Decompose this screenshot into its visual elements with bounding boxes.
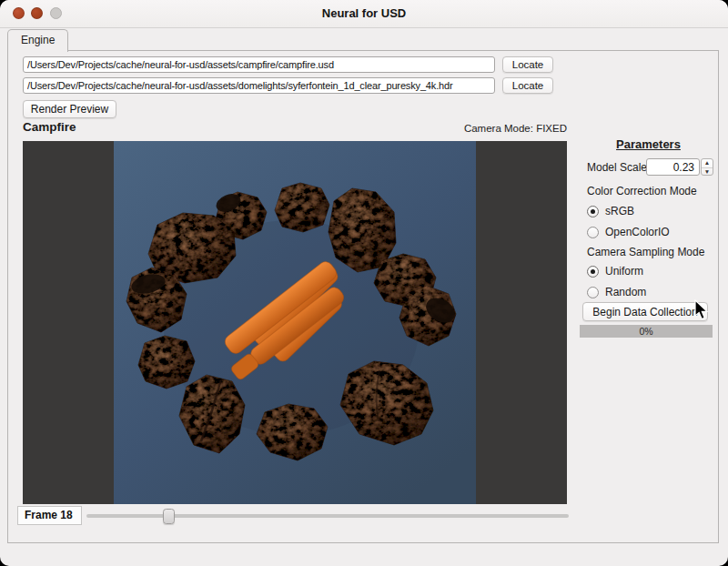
- rock-top-center: [275, 183, 329, 232]
- model-scale-label: Model Scale: [587, 161, 647, 174]
- stepper-down-icon[interactable]: ▼: [702, 168, 713, 177]
- frame-label: Frame 18: [17, 506, 82, 525]
- stepper-up-icon[interactable]: ▲: [702, 159, 713, 168]
- radio-unselected-icon[interactable]: [587, 227, 599, 238]
- camera-sampling-label: Camera Sampling Mode: [587, 246, 704, 258]
- window-title: Neural for USD: [0, 0, 728, 27]
- app-window: Neural for USD Engine Locate Locate Rend…: [0, 0, 728, 566]
- campfire-scene: [114, 141, 476, 504]
- color-correction-label: Color Correction Mode: [587, 185, 697, 197]
- progress-bar: 0%: [580, 325, 713, 338]
- zoom-icon[interactable]: [50, 7, 62, 19]
- mouse-cursor-icon: [693, 299, 710, 321]
- rock-left-lower: [138, 336, 195, 389]
- frame-slider-track[interactable]: [86, 514, 569, 518]
- minimize-icon[interactable]: [31, 7, 43, 19]
- locate-hdr-button[interactable]: Locate: [502, 77, 553, 94]
- render-preview-viewport: [23, 141, 567, 504]
- usd-path-input[interactable]: [23, 56, 495, 73]
- begin-data-collection-button[interactable]: Begin Data Collection: [582, 302, 708, 321]
- preview-title: Campfire: [23, 120, 76, 134]
- radio-selected-icon[interactable]: [587, 266, 599, 278]
- frame-slider-thumb[interactable]: [163, 509, 175, 524]
- hdr-path-input[interactable]: [23, 77, 495, 94]
- radio-uniform[interactable]: Uniform: [587, 264, 643, 278]
- parameters-heading: Parameters: [582, 137, 714, 151]
- tab-engine[interactable]: Engine: [7, 29, 68, 52]
- close-icon[interactable]: [13, 7, 25, 19]
- camera-mode-label: Camera Mode: FIXED: [385, 123, 567, 134]
- rendered-image: [114, 141, 476, 504]
- model-scale-input[interactable]: [646, 158, 700, 176]
- radio-random[interactable]: Random: [587, 285, 646, 299]
- model-scale-stepper[interactable]: ▲ ▼: [701, 158, 713, 176]
- radio-opencolorio[interactable]: OpenColorIO: [587, 225, 670, 239]
- frame-slider[interactable]: [86, 508, 569, 524]
- render-preview-button[interactable]: Render Preview: [23, 100, 116, 118]
- radio-srgb[interactable]: sRGB: [587, 204, 634, 218]
- radio-selected-icon[interactable]: [587, 206, 599, 217]
- title-bar: Neural for USD: [0, 0, 728, 28]
- locate-usd-button[interactable]: Locate: [502, 56, 553, 73]
- radio-unselected-icon[interactable]: [587, 287, 599, 298]
